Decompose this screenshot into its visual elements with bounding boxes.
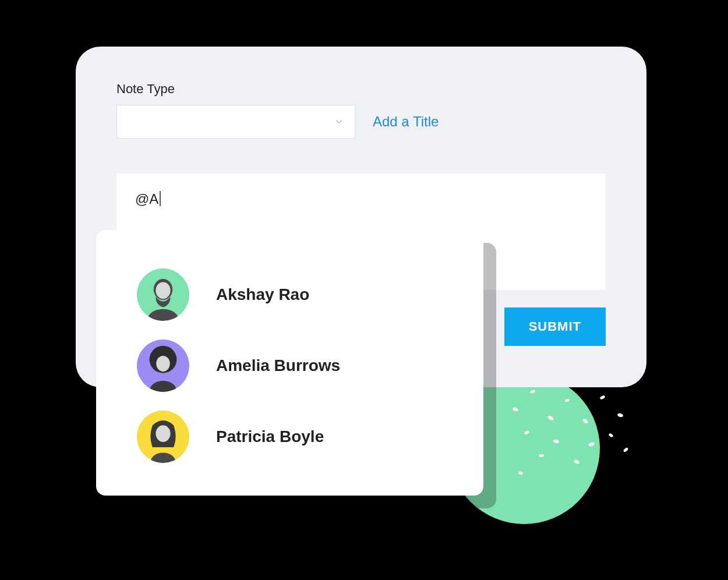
note-type-row: Add a Title (116, 105, 606, 139)
chevron-down-icon (334, 116, 344, 127)
mention-popover: Akshay Rao Amelia Burrows Patricia Boyle (96, 230, 483, 496)
mention-item[interactable]: Akshay Rao (96, 259, 483, 330)
person-icon (137, 411, 189, 463)
mention-item[interactable]: Amelia Burrows (96, 330, 483, 401)
svg-point-7 (156, 425, 170, 442)
note-type-label: Note Type (116, 82, 606, 97)
mention-name: Akshay Rao (216, 285, 309, 304)
avatar (137, 339, 189, 392)
add-title-link[interactable]: Add a Title (373, 114, 439, 130)
submit-button[interactable]: SUBMIT (504, 307, 606, 346)
mention-name: Amelia Burrows (216, 356, 340, 375)
person-icon (137, 339, 189, 392)
mention-name: Patricia Boyle (216, 427, 324, 446)
avatar (137, 268, 189, 321)
note-type-select[interactable] (116, 105, 355, 139)
person-icon (137, 268, 189, 321)
svg-point-2 (156, 282, 170, 299)
mention-item[interactable]: Patricia Boyle (96, 401, 483, 472)
avatar (137, 411, 189, 463)
note-body-text: @A (135, 191, 158, 207)
text-cursor (160, 191, 161, 206)
svg-point-5 (156, 356, 169, 372)
